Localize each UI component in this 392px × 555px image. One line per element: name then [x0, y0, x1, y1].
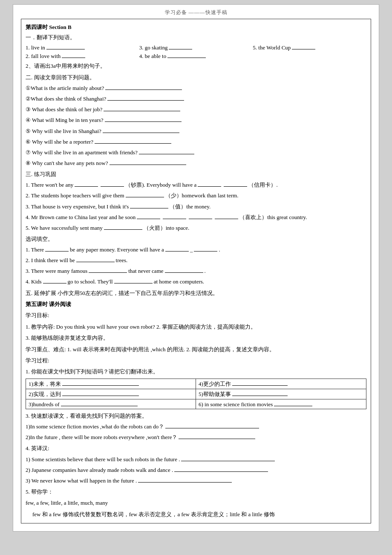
- s2: 2. The students hope teachers will give …: [26, 191, 366, 200]
- b-v2[interactable]: [62, 390, 139, 396]
- blank-q5[interactable]: [103, 127, 179, 133]
- b-s4d[interactable]: [215, 213, 238, 219]
- process-2: 3. 快速默读课文，看谁最先找到下列问题的答案。: [26, 411, 366, 421]
- vocab-right-1: 4)更少的工作: [196, 379, 366, 389]
- tr1: 1) Some scientists believe that there wi…: [26, 455, 366, 464]
- b-rq1[interactable]: [165, 422, 259, 428]
- blank-1[interactable]: [46, 43, 85, 49]
- b-tr3[interactable]: [138, 477, 232, 483]
- blank-q4[interactable]: [105, 116, 182, 122]
- b-v4[interactable]: [232, 380, 288, 386]
- note1: few, a few, little, a little, much, many: [26, 498, 366, 508]
- blank-q7[interactable]: [139, 148, 194, 154]
- blank-q1[interactable]: [105, 84, 182, 90]
- process-4: 5. 帮你学：: [26, 487, 366, 497]
- main-page: 学习必备 ———快速手稿 第四课时 Section B 一．翻译下列短语。 1.…: [13, 4, 379, 532]
- rq2: 2)In the future , there will be more rob…: [26, 433, 366, 442]
- q5: ⑤ Why will she live in Shanghai?: [26, 127, 366, 136]
- process-title: 学习过程:: [26, 356, 366, 365]
- b-f4a[interactable]: [43, 278, 66, 283]
- vocab-item-empty: [253, 52, 366, 60]
- note2: few 和 a few 修饰或代替复数可数名词，few 表示否定意义，a few…: [26, 509, 366, 519]
- b-f1c[interactable]: [194, 246, 217, 251]
- b-s4b[interactable]: [163, 213, 186, 219]
- b-f2[interactable]: [76, 256, 115, 262]
- b-f3b[interactable]: [165, 267, 203, 273]
- page-header: 学习必备 ———快速手稿: [21, 9, 371, 16]
- s3: 3. That house is very expensive, but I t…: [26, 202, 366, 211]
- b-rq2[interactable]: [179, 433, 255, 439]
- s4: 4. Mr Brown came to China last year and …: [26, 213, 366, 222]
- blank-3[interactable]: [169, 43, 192, 49]
- b-s4c[interactable]: [189, 213, 212, 219]
- b-tr2[interactable]: [174, 466, 268, 472]
- fill4: 4. Kids go to school. They'll at home on…: [26, 277, 366, 286]
- vocab-left-3: 3)hundreds of: [26, 399, 196, 409]
- tr2: 2) Japanese companies have already made …: [26, 465, 366, 475]
- fill1: 1. There be any paper money. Everyone wi…: [26, 245, 366, 254]
- vocab-table: 1)未来，将来 4)更少的工作 2)实现，达到 5)帮助做某事 3)hundre…: [26, 379, 366, 409]
- blank-2[interactable]: [62, 52, 85, 58]
- fill3: 3. There were many famous that never cam…: [26, 266, 366, 276]
- fill2: 2. I think there will be trees.: [26, 256, 366, 265]
- q7: ⑦ Why will she live in an apartment with…: [26, 148, 366, 157]
- process-3: 4. 英译汉:: [26, 443, 366, 453]
- goal-1: 1. 教学内容: Do you think you will have your…: [26, 322, 366, 332]
- b-f3a[interactable]: [89, 267, 127, 273]
- part5-title: 第五课时 课外阅读: [26, 299, 366, 309]
- q6: ⑥ Why will she be a reporter?: [26, 137, 366, 147]
- vocab-left-2: 2)实现，达到: [26, 389, 196, 399]
- b-s5[interactable]: [104, 224, 142, 230]
- keypoints: 学习重点、难点: 1. will 表示将来时在阅读中的用法 ,which 的用法…: [26, 344, 366, 354]
- b-s4a[interactable]: [137, 213, 160, 219]
- tr3: 3) We never know what will happen in the…: [26, 476, 366, 486]
- b-s1b[interactable]: [101, 181, 124, 187]
- reading-questions: 1)In some science fiction movies ,what d…: [26, 422, 366, 442]
- translation-items: 1) Some scientists believe that there wi…: [26, 455, 366, 486]
- goal-2: 3. 能够熟练朗读并复述文章内容。: [26, 333, 366, 343]
- b-s1d[interactable]: [224, 181, 247, 187]
- rq1: 1)In some science fiction movies ,what d…: [26, 422, 366, 431]
- b-f1a[interactable]: [45, 246, 69, 251]
- b-v5[interactable]: [232, 390, 288, 396]
- q2: ②What does she think of Shanghai?: [26, 94, 366, 104]
- vocab-left-1: 1)未来，将来: [26, 379, 196, 389]
- q3: ③ What does she think of her job?: [26, 105, 366, 114]
- b-v6[interactable]: [274, 400, 312, 406]
- q1: ①What is the article mainly about?: [26, 84, 366, 93]
- b-f4b[interactable]: [114, 278, 153, 283]
- b-v3[interactable]: [61, 400, 138, 406]
- part1-title: 一．翻译下列短语。: [26, 32, 366, 42]
- section-title: 第四课时 Section B: [26, 23, 366, 31]
- b-s2[interactable]: [126, 191, 164, 197]
- part1b-text: 2、请画出3a中用将来时的句子。: [26, 61, 366, 71]
- vocab-grid-row1: 1. live in 3. go skating 5. the World Cu…: [26, 43, 366, 51]
- blank-q3[interactable]: [104, 105, 180, 111]
- q4: ④ What will Ming be in ten years?: [26, 116, 366, 125]
- b-f1b[interactable]: [165, 246, 189, 251]
- b-tr1[interactable]: [181, 455, 275, 461]
- vocab-item-1: 1. live in: [26, 43, 139, 51]
- blank-4[interactable]: [167, 52, 206, 58]
- b-s1c[interactable]: [198, 181, 221, 187]
- b-v1[interactable]: [62, 380, 139, 386]
- vocab-grid-row2: 2. fall love with 4. be able to: [26, 52, 366, 60]
- part4-title: 五. 延伸扩展 小作文用50左右的词汇，描述一下自己五年后的学习和生活情况。: [26, 288, 366, 298]
- vocab-right-3: 6) in some science fiction movies: [196, 399, 366, 409]
- vocab-item-4: 4. be able to: [139, 52, 253, 60]
- vocab-right-2: 5)帮助做某事: [196, 389, 366, 399]
- blank-5[interactable]: [292, 43, 315, 49]
- part2-questions: ①What is the article mainly about? ②What…: [26, 84, 366, 168]
- blank-q6[interactable]: [95, 138, 171, 144]
- vocab-item-2: 2. fall love with: [26, 52, 139, 60]
- s1: 1. There won't be any （钞票). Everybody wi…: [26, 180, 366, 190]
- s5: 5. We have successfully sent many （火箭）in…: [26, 223, 366, 233]
- part3b-sentences: 1. There be any paper money. Everyone wi…: [26, 245, 366, 286]
- b-s1a[interactable]: [75, 181, 98, 187]
- blank-q8[interactable]: [110, 159, 186, 165]
- b-s3[interactable]: [130, 202, 168, 208]
- part2-title: 二. 阅读文章回答下列问题。: [26, 72, 366, 82]
- part3b-title: 选词填空。: [26, 234, 366, 244]
- blank-q2[interactable]: [107, 95, 184, 101]
- part3-title: 三. 练习巩固: [26, 169, 366, 179]
